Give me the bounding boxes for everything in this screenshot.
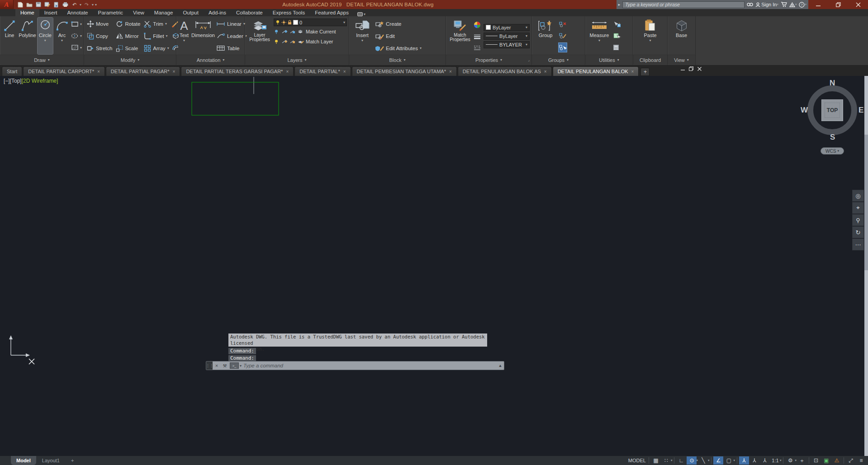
quick-calc-icon[interactable] <box>613 43 621 52</box>
ribbon-tab-manage[interactable]: Manage <box>149 9 178 16</box>
ribbon-tab-view[interactable]: View <box>128 9 149 16</box>
customization-menu-icon[interactable]: ≡ <box>856 456 866 465</box>
scale-tool[interactable]: Scale <box>115 45 141 52</box>
sign-in-button[interactable]: Sign In▾ <box>755 2 778 7</box>
ribbon-tab-output[interactable]: Output <box>178 9 204 16</box>
file-tab-detail-pembesian-tangga-utama-[interactable]: DETAIL PEMBESIAN TANGGA UTAMA*× <box>352 66 457 76</box>
grid-toggle-icon[interactable]: ▦ <box>651 456 661 465</box>
restore-button[interactable] <box>828 0 848 9</box>
search-icon[interactable] <box>747 2 753 7</box>
draw-panel-footer[interactable]: Draw▾ <box>0 55 84 65</box>
save-to-mobile-icon[interactable] <box>52 1 60 8</box>
plot-icon[interactable] <box>62 1 69 8</box>
ungroup-icon[interactable] <box>559 20 567 29</box>
utilities-panel-footer[interactable]: Utilities▾ <box>585 55 633 65</box>
file-tab-detail-partial-carport-[interactable]: DETAIL PARTIAL CARPORT*× <box>23 66 105 76</box>
ribbon-tab-annotate[interactable]: Annotate <box>62 9 93 16</box>
properties-expander-icon[interactable]: ⌟ <box>528 58 530 62</box>
snap-dropdown-icon[interactable]: ▾ <box>671 459 673 462</box>
tab-close-icon[interactable]: × <box>449 69 452 74</box>
text-tool[interactable]: A Text▾ <box>178 18 190 54</box>
edit-block-button[interactable]: Edit <box>375 30 422 42</box>
match-layer-button[interactable]: Match Layer <box>306 39 333 44</box>
minimize-button[interactable] <box>808 0 828 9</box>
clipboard-panel-footer[interactable]: Clipboard <box>633 55 667 65</box>
ribbon-tab-collaborate[interactable]: Collaborate <box>231 9 268 16</box>
hardware-acceleration-icon[interactable]: ▣ <box>821 456 831 465</box>
layer-properties-button[interactable]: Layer Properties <box>247 18 272 54</box>
workspace-dropdown-icon[interactable]: ▾ <box>795 459 797 462</box>
alert-icon[interactable]: ⚠ <box>832 456 842 465</box>
dwg-restore-icon[interactable] <box>689 66 693 72</box>
tab-close-icon[interactable]: × <box>286 69 289 74</box>
ortho-toggle-icon[interactable]: ∟ <box>676 456 686 465</box>
dwg-minimize-icon[interactable] <box>681 66 685 72</box>
file-tab-detail-partial-[interactable]: DETAIL PARTIAL*× <box>294 66 351 76</box>
viewcube-north[interactable]: N <box>830 79 835 88</box>
create-block-button[interactable]: Create <box>375 18 422 30</box>
isometric-drafting-icon[interactable]: ╲ <box>698 456 708 465</box>
a360-icon[interactable]: ▾ <box>789 2 797 7</box>
file-tab-detail-penulangan-balok-as[interactable]: DETAIL PENULANGAN BALOK AS× <box>458 66 552 76</box>
ribbon-tab-featured-apps[interactable]: Featured Apps <box>310 9 354 16</box>
signin-dropdown-icon[interactable]: ▾ <box>777 3 778 6</box>
fillet-tool[interactable]: Fillet▾ <box>143 33 170 40</box>
object-snap-tracking-icon[interactable]: ∠ <box>713 456 723 465</box>
annotation-monitor-icon[interactable]: ＋ <box>797 456 807 465</box>
snap-toggle-icon[interactable]: ∷ <box>661 456 671 465</box>
search-input[interactable] <box>622 1 745 8</box>
view-panel-footer[interactable]: View▾ <box>668 55 695 65</box>
command-close-icon[interactable]: × <box>213 363 221 368</box>
select-similar-icon[interactable] <box>613 31 621 40</box>
help-icon[interactable]: ?▾ <box>799 2 806 8</box>
new-file-icon[interactable] <box>16 1 24 8</box>
command-line[interactable]: ⋮⋮ × ⚒ >_ ▾ Type a command ▲ <box>206 361 504 370</box>
measure-button[interactable]: Measure▾ <box>587 18 612 54</box>
orbit-icon[interactable]: ↻ <box>852 226 864 238</box>
clean-screen-icon[interactable]: ⤢ <box>846 456 856 465</box>
lineweight-dropdown[interactable]: ByLayer▾ <box>484 33 530 40</box>
arc-tool[interactable]: Arc▾ <box>54 18 70 54</box>
command-input[interactable]: Type a command <box>242 363 497 368</box>
stretch-tool[interactable]: Stretch <box>86 45 113 52</box>
polar-tracking-icon[interactable]: ⊙ <box>687 456 697 465</box>
viewcube[interactable]: N W E S TOP WCS▾ <box>802 80 865 159</box>
close-button[interactable] <box>848 0 868 9</box>
ribbon-tab-add-ins[interactable]: Add-ins <box>204 9 231 16</box>
block-panel-footer[interactable]: Block▾ <box>349 55 446 65</box>
save-icon[interactable] <box>34 1 42 8</box>
circle-tool[interactable]: Circle▾ <box>38 18 53 54</box>
ribbon-tab-express-tools[interactable]: Express Tools <box>268 9 310 16</box>
drawing-canvas[interactable]: [−][Top][2D Wireframe] N W E S TOP WCS▾ … <box>0 76 868 456</box>
qat-customize-icon[interactable]: ▾ <box>95 3 97 7</box>
undo-icon[interactable]: ↶ <box>71 1 78 8</box>
rotate-tool[interactable]: Rotate <box>115 20 141 28</box>
layer-dropdown[interactable]: 0 ▾ <box>274 19 347 26</box>
paste-button[interactable]: Paste▾ <box>639 18 662 54</box>
command-customize-icon[interactable]: ⚒ <box>221 363 229 368</box>
scale-dropdown-icon[interactable]: ▾ <box>780 459 782 462</box>
zoom-icon[interactable]: ⚲ <box>852 214 864 226</box>
tab-close-icon[interactable]: × <box>631 69 634 74</box>
groups-panel-footer[interactable]: Groups▾ <box>532 55 585 65</box>
viewcube-south[interactable]: S <box>830 133 835 142</box>
dimension-tool[interactable]: Dimension <box>191 18 215 54</box>
hatch-tool-icon[interactable]: ▾ <box>71 43 82 52</box>
group-button[interactable]: Group <box>534 18 557 54</box>
tab-close-icon[interactable]: × <box>97 69 100 74</box>
polyline-tool[interactable]: Polyline <box>19 18 36 54</box>
ellipse-tool-icon[interactable]: ▾ <box>71 31 82 40</box>
linear-dimension-button[interactable]: Linear▾ <box>216 18 247 30</box>
ribbon-tab-parametric[interactable]: Parametric <box>93 9 128 16</box>
redo-dropdown-icon[interactable]: ▾ <box>92 3 94 7</box>
table-button[interactable]: Table <box>216 42 247 54</box>
isolate-objects-icon[interactable]: ⊡ <box>811 456 821 465</box>
scrollbar-thumb[interactable] <box>864 135 868 270</box>
file-tab-detail-penulangan-balok[interactable]: DETAIL PENULANGAN BALOK× <box>553 66 639 76</box>
base-button[interactable]: Base <box>671 18 693 54</box>
autoscale-icon[interactable]: ⅄ <box>749 456 759 465</box>
command-grip-handle[interactable]: ⋮⋮ <box>206 362 213 370</box>
group-edit-icon[interactable] <box>559 31 567 40</box>
annotation-scale-value[interactable]: 1:1 <box>770 456 780 465</box>
vertical-scrollbar[interactable] <box>864 76 868 456</box>
